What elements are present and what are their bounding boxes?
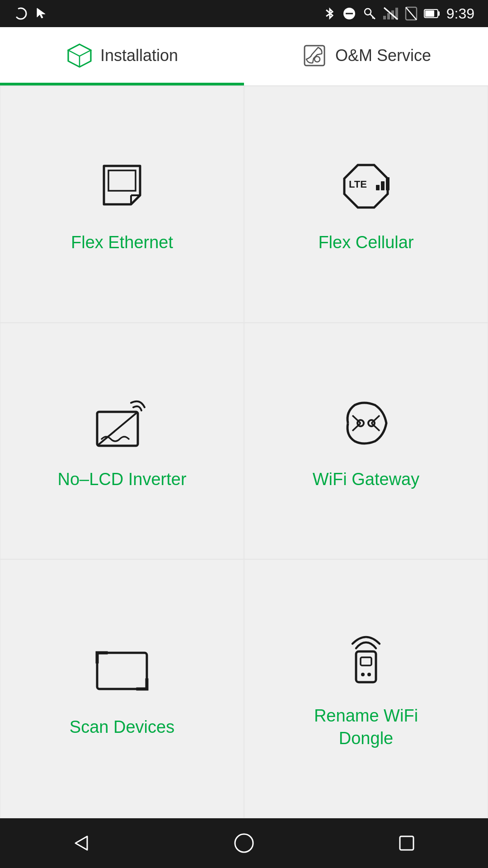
- svg-text:LTE: LTE: [349, 179, 367, 190]
- svg-rect-23: [305, 46, 324, 66]
- om-service-tab-label: O&M Service: [335, 46, 431, 65]
- svg-rect-31: [381, 181, 385, 190]
- cursor-icon: [35, 7, 48, 20]
- tab-installation[interactable]: Installation: [0, 27, 244, 85]
- om-service-icon: [301, 42, 328, 69]
- svg-point-24: [314, 57, 320, 62]
- home-button[interactable]: [226, 825, 262, 861]
- flex-ethernet-label: Flex Ethernet: [71, 231, 173, 254]
- wifi-gateway-icon: [330, 392, 402, 455]
- installation-tab-label: Installation: [100, 46, 178, 65]
- bluetooth-icon: [324, 6, 336, 21]
- battery-icon: [424, 7, 440, 20]
- status-bar: 9:39: [0, 0, 488, 27]
- wifi-gateway-label: WiFi Gateway: [313, 468, 419, 491]
- svg-rect-9: [387, 13, 390, 19]
- no-lcd-inverter-label: No–LCD Inverter: [57, 468, 186, 491]
- recent-button[interactable]: [389, 825, 425, 861]
- svg-point-44: [361, 673, 365, 676]
- rename-wifi-dongle-label: Rename WiFi Dongle: [314, 705, 418, 750]
- svg-rect-32: [386, 177, 389, 190]
- flex-cellular-item[interactable]: LTE Flex Cellular: [244, 86, 488, 323]
- scan-devices-item[interactable]: Scan Devices: [0, 559, 244, 818]
- svg-rect-42: [356, 651, 376, 682]
- status-left-icons: [14, 6, 48, 21]
- spinner-icon: [14, 6, 28, 21]
- time-display: 9:39: [446, 5, 474, 22]
- no-lcd-inverter-item[interactable]: No–LCD Inverter: [0, 323, 244, 560]
- bottom-nav: [0, 818, 488, 868]
- svg-rect-43: [361, 657, 371, 665]
- installation-icon: [66, 42, 93, 69]
- back-button[interactable]: [63, 825, 99, 861]
- minus-circle-icon: [343, 7, 356, 20]
- main-grid: Flex Ethernet LTE Flex Cellular: [0, 86, 488, 818]
- wifi-gateway-item[interactable]: WiFi Gateway: [244, 323, 488, 560]
- svg-marker-19: [68, 44, 91, 56]
- scan-devices-icon: [86, 639, 158, 703]
- svg-rect-41: [97, 653, 147, 689]
- status-right-icons: 9:39: [324, 5, 474, 22]
- flex-ethernet-item[interactable]: Flex Ethernet: [0, 86, 244, 323]
- flex-cellular-label: Flex Cellular: [318, 231, 413, 254]
- svg-point-0: [15, 8, 26, 19]
- signal-icon: [383, 7, 399, 20]
- svg-rect-30: [376, 185, 380, 190]
- svg-rect-48: [400, 836, 413, 850]
- tab-bar: Installation O&M Service: [0, 27, 488, 86]
- svg-point-47: [235, 834, 253, 852]
- rename-wifi-dongle-icon: [330, 628, 402, 691]
- svg-line-14: [406, 7, 417, 20]
- svg-rect-8: [383, 16, 386, 19]
- sim-icon: [405, 6, 418, 21]
- no-lcd-inverter-icon: [86, 392, 158, 455]
- flex-ethernet-icon: [86, 155, 158, 218]
- rename-wifi-dongle-item[interactable]: Rename WiFi Dongle: [244, 559, 488, 818]
- svg-marker-46: [75, 836, 87, 850]
- svg-point-4: [365, 9, 371, 15]
- svg-rect-16: [425, 10, 434, 17]
- scan-devices-label: Scan Devices: [70, 716, 174, 738]
- tab-om-service[interactable]: O&M Service: [244, 27, 488, 85]
- svg-marker-1: [37, 8, 45, 18]
- svg-rect-17: [438, 11, 440, 16]
- key-icon: [362, 6, 377, 21]
- svg-rect-25: [108, 170, 136, 191]
- svg-point-45: [367, 673, 371, 676]
- flex-cellular-icon: LTE: [330, 155, 402, 218]
